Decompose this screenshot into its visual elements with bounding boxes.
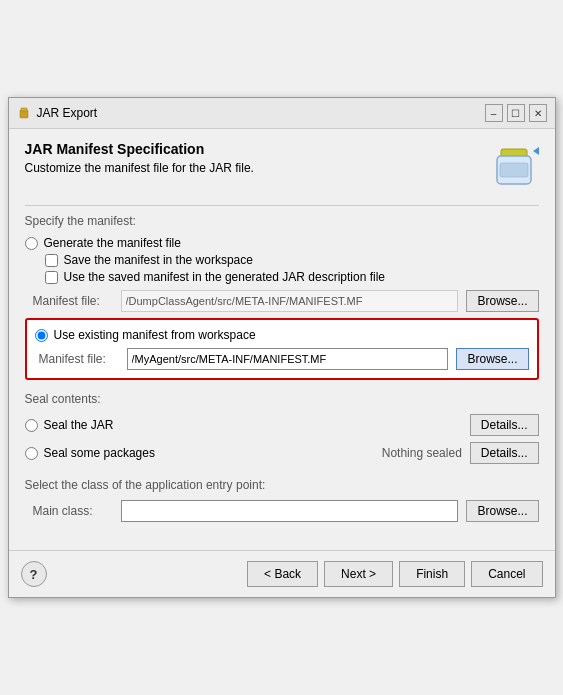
use-existing-label: Use existing manifest from workspace xyxy=(54,328,256,342)
use-existing-selected-box: Use existing manifest from workspace Man… xyxy=(25,318,539,380)
manifest-file-row: Manifest file: Browse... xyxy=(33,290,539,312)
svg-rect-4 xyxy=(500,163,528,177)
close-button[interactable]: ✕ xyxy=(529,104,547,122)
manifest-section-label: Specify the manifest: xyxy=(25,214,539,228)
existing-manifest-file-input[interactable] xyxy=(127,348,449,370)
seal-section: Seal contents: Seal the JAR Details... S… xyxy=(25,392,539,464)
window-title: JAR Export xyxy=(37,106,98,120)
main-class-label: Main class: xyxy=(33,504,113,518)
generate-options-group: Save the manifest in the workspace Use t… xyxy=(45,253,539,284)
existing-manifest-field-row: Manifest file: Browse... xyxy=(39,348,529,370)
seal-section-label: Seal contents: xyxy=(25,392,539,406)
page-subtitle: Customize the manifest file for the JAR … xyxy=(25,161,254,175)
header-divider xyxy=(25,205,539,206)
maximize-button[interactable]: ☐ xyxy=(507,104,525,122)
generate-manifest-label: Generate the manifest file xyxy=(44,236,181,250)
title-jar-icon xyxy=(17,106,31,120)
minimize-button[interactable]: – xyxy=(485,104,503,122)
entry-section-label: Select the class of the application entr… xyxy=(25,478,539,492)
svg-marker-5 xyxy=(533,147,539,155)
jar-icon xyxy=(489,141,539,195)
generate-manifest-radio[interactable] xyxy=(25,237,38,250)
finish-button[interactable]: Finish xyxy=(399,561,465,587)
seal-packages-radio[interactable] xyxy=(25,447,38,460)
use-existing-radio[interactable] xyxy=(35,329,48,342)
cancel-button[interactable]: Cancel xyxy=(471,561,542,587)
main-class-field-row: Main class: Browse... xyxy=(33,500,539,522)
seal-jar-label: Seal the JAR xyxy=(44,418,114,432)
generate-manifest-radio-item[interactable]: Generate the manifest file xyxy=(25,236,539,250)
existing-manifest-browse-button[interactable]: Browse... xyxy=(456,348,528,370)
next-button[interactable]: Next > xyxy=(324,561,393,587)
seal-packages-row: Seal some packages Nothing sealed Detail… xyxy=(25,442,539,464)
existing-manifest-file-label: Manifest file: xyxy=(39,352,119,366)
back-button[interactable]: < Back xyxy=(247,561,318,587)
main-class-input[interactable] xyxy=(121,500,459,522)
use-saved-label: Use the saved manifest in the generated … xyxy=(64,270,386,284)
page-header: JAR Manifest Specification Customize the… xyxy=(25,141,539,195)
main-class-browse-button[interactable]: Browse... xyxy=(466,500,538,522)
page-title: JAR Manifest Specification xyxy=(25,141,254,157)
use-existing-radio-item[interactable]: Use existing manifest from workspace xyxy=(35,328,529,342)
entry-section: Select the class of the application entr… xyxy=(25,478,539,522)
manifest-file-input[interactable] xyxy=(121,290,459,312)
window-controls: – ☐ ✕ xyxy=(485,104,547,122)
nothing-sealed-status: Nothing sealed xyxy=(382,446,462,460)
bottom-bar: ? < Back Next > Finish Cancel xyxy=(9,550,555,597)
svg-rect-1 xyxy=(21,108,27,111)
seal-jar-row: Seal the JAR Details... xyxy=(25,414,539,436)
seal-packages-label: Seal some packages xyxy=(44,446,155,460)
use-saved-checkbox[interactable] xyxy=(45,271,58,284)
manifest-file-browse-button[interactable]: Browse... xyxy=(466,290,538,312)
seal-packages-details-button[interactable]: Details... xyxy=(470,442,539,464)
navigation-buttons: < Back Next > Finish Cancel xyxy=(247,561,542,587)
seal-jar-radio[interactable] xyxy=(25,419,38,432)
help-button[interactable]: ? xyxy=(21,561,47,587)
seal-jar-details-button[interactable]: Details... xyxy=(470,414,539,436)
save-workspace-label: Save the manifest in the workspace xyxy=(64,253,253,267)
use-saved-checkbox-item[interactable]: Use the saved manifest in the generated … xyxy=(45,270,539,284)
save-workspace-checkbox-item[interactable]: Save the manifest in the workspace xyxy=(45,253,539,267)
title-bar: JAR Export – ☐ ✕ xyxy=(9,98,555,129)
manifest-file-label: Manifest file: xyxy=(33,294,113,308)
save-workspace-checkbox[interactable] xyxy=(45,254,58,267)
